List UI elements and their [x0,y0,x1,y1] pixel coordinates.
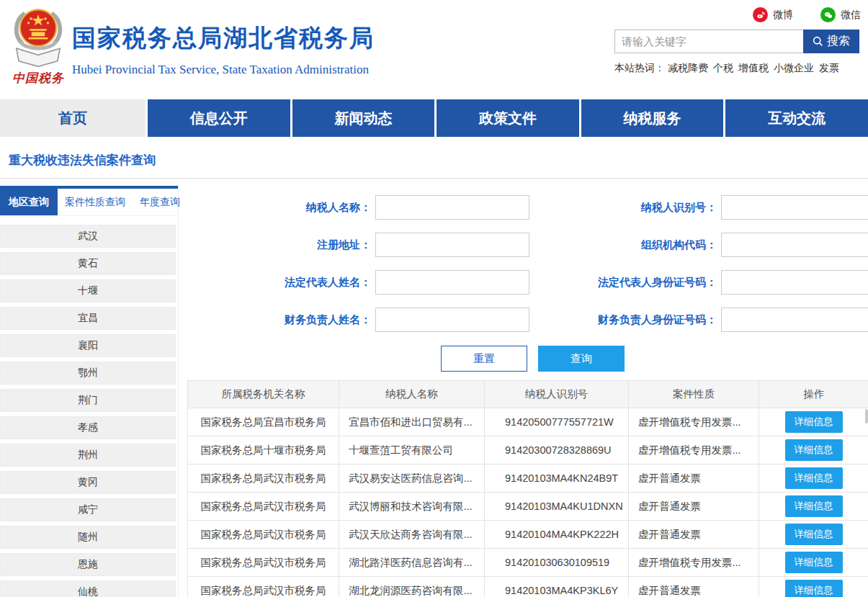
detail-button[interactable]: 详细信息 [785,580,843,597]
results-table: 所属税务机关名称纳税人名称纳税人识别号案件性质操作 国家税务总局宜昌市税务局宜昌… [187,380,868,597]
form-field-label: 法定代表人姓名： [187,276,371,289]
table-row: 国家税务总局武汉市税务局武汉天欣达商务咨询有限...91420104MA4KPK… [188,521,868,549]
table-header-cell: 案件性质 [629,381,759,408]
search-button-label: 搜索 [827,34,850,49]
form-field-cell [371,270,531,295]
nav-tab[interactable]: 政策文件 [434,99,579,137]
search-input[interactable] [614,30,803,53]
table-action-cell: 详细信息 [759,408,868,436]
form-field-label: 纳税人识别号： [531,201,717,215]
form-field-input[interactable] [721,233,868,257]
nav-tab[interactable]: 首页 [0,99,146,137]
table-cell: 虚开普通发票 [629,577,759,597]
detail-button[interactable]: 详细信息 [785,411,843,433]
site-brand: 国家税务总局湖北省税务局 Hubei Provincial Tax Servic… [72,22,375,77]
hot-word-link[interactable]: 增值税 [738,62,769,73]
table-cell: 武汉博丽和技术咨询有限... [339,493,485,521]
form-field-input[interactable] [721,195,868,220]
scrollbar-fragment[interactable] [865,409,868,423]
table-cell: 91420300728328869U [485,436,629,464]
sidebar-tab[interactable]: 地区查询 [0,189,58,215]
form-field-label: 财务负责人姓名： [187,313,371,327]
weibo-icon [753,7,768,22]
hot-word-link[interactable]: 小微企业 [774,62,814,73]
table-cell: 91420500777557721W [485,408,629,436]
sidebar-tabs: 地区查询案件性质查询年度查询 [0,186,178,216]
table-cell: 虚开普通发票 [629,493,759,521]
hot-word-link[interactable]: 个税 [713,62,733,73]
search-button[interactable]: 搜索 [803,30,859,53]
detail-button[interactable]: 详细信息 [785,524,843,545]
content-area: 地区查询案件性质查询年度查询 武汉黄石十堰宜昌襄阳鄂州荆门孝感荆州黄冈咸宁随州恩… [0,186,868,597]
tax-emblem-icon [8,3,68,72]
table-action-cell: 详细信息 [759,549,868,577]
query-form: 纳税人名称：纳税人识别号：注册地址：组织机构代码：法定代表人姓名：法定代表人身份… [187,195,868,332]
table-action-cell: 详细信息 [759,493,868,521]
form-field-cell [717,195,868,220]
table-cell: 宜昌市佰和进出口贸易有... [339,408,485,436]
city-item[interactable]: 十堰 [0,279,176,302]
table-cell: 国家税务总局武汉市税务局 [188,464,339,493]
city-item[interactable]: 咸宁 [0,498,176,521]
table-row: 国家税务总局十堰市税务局十堰萱菹工贸有限公司91420300728328869U… [188,436,868,464]
table-cell: 91420103MA4KU1DNXN [485,493,629,521]
table-cell: 十堰萱菹工贸有限公司 [339,436,485,464]
nav-tab[interactable]: 纳税服务 [579,99,724,137]
detail-button[interactable]: 详细信息 [785,495,843,517]
form-field-label: 组织机构代码： [531,238,717,252]
form-field-input[interactable] [375,233,529,257]
table-cell: 虚开增值税专用发票... [629,549,759,577]
hot-words-label: 本站热词： [614,62,665,73]
wechat-label: 微信 [841,9,861,22]
city-item[interactable]: 孝感 [0,416,176,439]
city-item[interactable]: 襄阳 [0,334,176,357]
form-field-label: 注册地址： [187,238,371,252]
city-item[interactable]: 仙桃 [0,580,176,597]
table-row: 国家税务总局武汉市税务局武汉易安达医药信息咨询...91420103MA4KN2… [188,464,868,493]
reset-button[interactable]: 重置 [441,346,527,372]
site-header: 中国税务 国家税务总局湖北省税务局 Hubei Provincial Tax S… [0,0,868,99]
detail-button[interactable]: 详细信息 [785,467,843,489]
wechat-link[interactable]: 微信 [820,7,861,22]
nav-tab[interactable]: 新闻动态 [290,99,435,137]
city-item[interactable]: 武汉 [0,225,176,248]
form-field-input[interactable] [375,195,529,220]
table-cell: 武汉易安达医药信息咨询... [339,464,485,493]
city-item[interactable]: 鄂州 [0,362,176,385]
weibo-link[interactable]: 微博 [753,7,793,22]
hot-word-link[interactable]: 减税降费 [668,62,708,73]
form-field-cell [371,195,531,220]
city-item[interactable]: 荆门 [0,389,176,412]
form-field-input[interactable] [375,270,529,295]
city-item[interactable]: 恩施 [0,553,176,576]
city-list: 武汉黄石十堰宜昌襄阳鄂州荆门孝感荆州黄冈咸宁随州恩施仙桃 [0,225,178,597]
table-cell: 国家税务总局十堰市税务局 [188,436,339,464]
city-item[interactable]: 黄石 [0,252,176,275]
city-item[interactable]: 随州 [0,526,176,549]
table-cell: 91420103MA4KN24B9T [485,464,629,493]
detail-button[interactable]: 详细信息 [785,439,843,461]
city-item[interactable]: 黄冈 [0,471,176,494]
table-header-cell: 纳税人名称 [339,381,485,408]
table-row: 国家税务总局武汉市税务局湖北龙润源医药咨询有限...91420103MA4KP3… [188,577,868,597]
nav-tab[interactable]: 互动交流 [723,99,868,137]
sidebar-tab[interactable]: 案件性质查询 [58,189,133,215]
table-cell: 虚开普通发票 [629,464,759,493]
form-field-input[interactable] [721,308,868,332]
form-field-input[interactable] [721,270,868,295]
form-field-input[interactable] [375,308,529,332]
table-action-cell: 详细信息 [759,577,868,597]
page-title: 重大税收违法失信案件查询 [9,152,156,169]
main-panel: 纳税人名称：纳税人识别号：注册地址：组织机构代码：法定代表人姓名：法定代表人身份… [179,186,868,597]
table-cell: 国家税务总局武汉市税务局 [188,577,339,597]
city-item[interactable]: 宜昌 [0,307,176,330]
form-field-cell [717,270,868,295]
hot-words: 本站热词： 减税降费个税增值税小微企业发票 [614,62,868,75]
city-item[interactable]: 荆州 [0,444,176,467]
table-row: 国家税务总局宜昌市税务局宜昌市佰和进出口贸易有...91420500777557… [188,408,868,436]
nav-tab[interactable]: 信息公开 [146,99,290,137]
table-header-cell: 纳税人识别号 [485,381,629,408]
hot-word-link[interactable]: 发票 [819,62,839,73]
query-button[interactable]: 查询 [538,346,625,372]
detail-button[interactable]: 详细信息 [785,552,843,573]
